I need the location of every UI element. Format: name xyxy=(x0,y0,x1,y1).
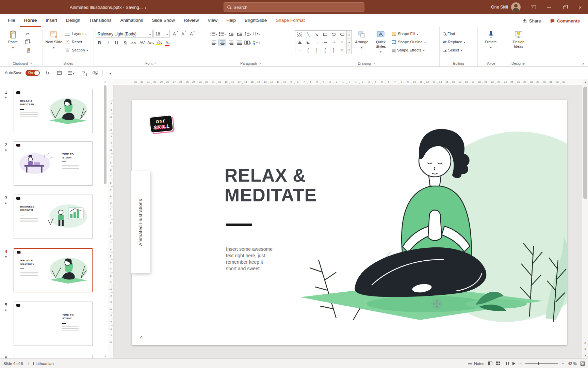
text-shadow-button[interactable]: S xyxy=(121,39,129,47)
scrollbar-thumb[interactable] xyxy=(104,85,107,184)
comments-button[interactable]: Comments xyxy=(546,17,583,25)
slide-editing-area[interactable]: ONE SKILL Animated Illustrations RELAX &… xyxy=(132,100,567,345)
text-direction-button[interactable] xyxy=(252,30,260,37)
share-button[interactable]: Share xyxy=(519,17,544,25)
thumbnail-scrollbar[interactable]: ▲ ▼ xyxy=(103,79,107,358)
collapse-ribbon-button[interactable]: ∧ xyxy=(582,62,585,65)
increase-font-size-button[interactable]: A xyxy=(170,30,178,38)
bold-button[interactable]: B xyxy=(96,39,103,47)
next-slide-button[interactable]: ∨ xyxy=(582,346,588,352)
align-left-button[interactable] xyxy=(210,39,218,46)
reading-view-button[interactable] xyxy=(504,362,509,365)
vertical-scrollbar[interactable]: ▲ ∧ ∨ ▼ xyxy=(582,79,588,358)
account-name[interactable]: One Skill xyxy=(491,5,508,10)
align-right-button[interactable] xyxy=(227,39,235,46)
cut-button[interactable]: ✂ xyxy=(23,30,33,37)
align-objects-button[interactable] xyxy=(67,68,76,77)
notes-button[interactable]: Notes xyxy=(468,362,484,366)
increase-indent-button[interactable] xyxy=(235,30,243,37)
section-side-tab[interactable]: Animated Illustrations xyxy=(131,171,150,273)
animation-star-icon[interactable]: ★ xyxy=(4,201,7,205)
curved-arrow-shape-icon[interactable]: ↪ xyxy=(321,39,329,46)
slide-indicator[interactable]: Slide 4 of 6 xyxy=(3,362,23,366)
tab-file[interactable]: File xyxy=(3,14,20,27)
maximize-button[interactable] xyxy=(557,0,572,14)
rectangle-shape-icon[interactable] xyxy=(321,31,329,39)
text-box-shape-icon[interactable]: A xyxy=(295,31,304,39)
close-button[interactable]: × xyxy=(572,0,588,14)
left-brace-shape-icon[interactable]: { xyxy=(321,46,329,54)
convert-to-smartart-button[interactable] xyxy=(252,39,260,46)
underline-button[interactable]: U xyxy=(113,39,120,47)
decrease-indent-button[interactable] xyxy=(227,30,235,37)
font-dialog-launcher[interactable] xyxy=(154,62,157,65)
zoom-slider[interactable] xyxy=(525,363,558,364)
slide-thumbnail-1[interactable]: 1 ★ RELAX & MEDITATE xyxy=(0,89,102,134)
paste-button[interactable]: Paste xyxy=(4,28,22,60)
animation-star-icon[interactable]: ★ xyxy=(4,255,7,258)
tab-shape-format[interactable]: Shape Format xyxy=(271,14,309,27)
zoom-out-button[interactable]: − xyxy=(519,362,522,366)
tab-brightslide[interactable]: BrightSlide xyxy=(240,14,271,27)
format-painter-button[interactable] xyxy=(23,47,33,54)
slide-illustration[interactable] xyxy=(132,100,567,345)
merge-shapes-button[interactable] xyxy=(91,68,99,77)
triangle-shape-icon[interactable] xyxy=(295,39,304,46)
line-spacing-button[interactable] xyxy=(244,30,252,37)
find-button[interactable]: Find xyxy=(441,30,476,37)
customize-quick-access-button[interactable] xyxy=(106,68,115,77)
right-triangle-shape-icon[interactable] xyxy=(304,39,312,46)
redo-button[interactable]: ↻ xyxy=(43,68,52,77)
slide-thumbnail-4-selected[interactable]: 4 ★ RELAX & MEDITATE xyxy=(0,248,102,293)
numbering-button[interactable] xyxy=(218,30,226,37)
tab-view[interactable]: View xyxy=(203,14,222,27)
slideshow-button[interactable] xyxy=(512,362,516,365)
oneskill-logo[interactable]: ONE SKILL xyxy=(149,115,174,134)
tab-help[interactable]: Help xyxy=(222,14,240,27)
freeform-shape-icon[interactable]: ) xyxy=(312,46,321,54)
slide-title[interactable]: RELAX & MEDITATE xyxy=(225,166,317,205)
autosave-toggle[interactable]: On xyxy=(26,70,40,76)
fit-slide-to-window-button[interactable] xyxy=(581,362,585,366)
paragraph-dialog-launcher[interactable] xyxy=(259,62,261,65)
star-shape-icon[interactable]: ☆ xyxy=(338,46,346,54)
decrease-font-size-button[interactable]: A xyxy=(179,30,187,38)
language-button[interactable]: Lithuanian xyxy=(29,362,54,366)
rounded-rectangle-shape-icon[interactable] xyxy=(338,31,346,39)
search-box[interactable] xyxy=(224,2,364,12)
animation-star-icon[interactable]: ★ xyxy=(4,148,7,152)
shape-effects-button[interactable]: Shape Effects xyxy=(391,46,427,54)
reset-button[interactable]: Reset xyxy=(64,38,89,46)
slide-canvas[interactable]: ONE SKILL Animated Illustrations RELAX &… xyxy=(114,85,582,358)
arrow-shape-icon[interactable]: ↘ xyxy=(312,31,321,39)
previous-slide-button[interactable]: ∧ xyxy=(582,339,588,346)
tab-home[interactable]: Home xyxy=(20,14,42,27)
character-spacing-button[interactable]: AV xyxy=(138,39,146,47)
slide-body-text[interactable]: Insert some awesome text right here, jus… xyxy=(226,246,284,272)
scroll-down-button[interactable]: ▼ xyxy=(582,352,588,358)
justify-button[interactable] xyxy=(235,39,243,46)
section-button[interactable]: Section xyxy=(64,46,89,54)
drawing-dialog-launcher[interactable] xyxy=(373,62,375,65)
line-shape-icon[interactable]: ╲ xyxy=(304,31,312,39)
scrollbar-thumb[interactable] xyxy=(583,87,587,199)
scroll-up-button[interactable]: ▲ xyxy=(582,79,588,85)
double-arrow-shape-icon[interactable]: ⇒ xyxy=(329,39,338,46)
scroll-down-button[interactable]: ▼ xyxy=(103,354,107,358)
italic-button[interactable]: I xyxy=(104,39,112,47)
new-slide-button[interactable]: New Slide xyxy=(45,28,63,60)
title-divider[interactable] xyxy=(226,224,252,226)
avatar[interactable] xyxy=(511,2,521,12)
tab-insert[interactable]: Insert xyxy=(41,14,62,27)
minimize-button[interactable] xyxy=(541,0,557,14)
group-objects-button[interactable] xyxy=(79,68,87,77)
slide-sorter-view-button[interactable] xyxy=(496,362,500,365)
quick-styles-button[interactable]: Quick Styles xyxy=(372,28,390,60)
shapes-more-button[interactable]: ▾ xyxy=(347,46,352,54)
search-input[interactable] xyxy=(233,5,361,10)
right-arrow-shape-icon[interactable]: → xyxy=(312,39,321,46)
bullets-button[interactable] xyxy=(210,30,218,37)
clipboard-dialog-launcher[interactable] xyxy=(30,62,32,65)
normal-view-button[interactable] xyxy=(488,362,492,365)
clear-formatting-button[interactable]: A xyxy=(187,30,195,38)
